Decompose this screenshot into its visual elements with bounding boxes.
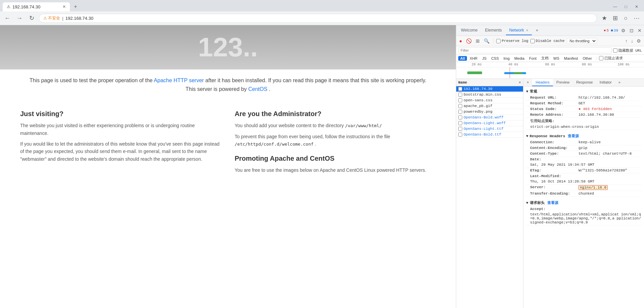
maximize-button[interactable]: □ bbox=[621, 2, 631, 11]
tab-close-icon[interactable]: ✕ bbox=[62, 4, 66, 9]
apache-link[interactable]: Apache HTTP server bbox=[154, 78, 204, 83]
row-remote-address: Remote Address: 192.168.74.30:80 bbox=[526, 112, 641, 118]
detail-tab-close[interactable]: × bbox=[523, 79, 532, 86]
hide-data-urls-input[interactable] bbox=[613, 48, 617, 53]
section-request-headers: ▼ 请求标头 查看源 Accept: text/html,application… bbox=[523, 198, 644, 227]
item-checkbox-main[interactable] bbox=[458, 87, 462, 91]
network-item-light-ttf[interactable]: OpenSans-Light.ttf bbox=[456, 126, 523, 132]
centos-link[interactable]: CentOS bbox=[248, 86, 267, 92]
network-item-bootstrap[interactable]: bootstrap.min.css bbox=[456, 92, 523, 98]
new-tab-button[interactable]: + bbox=[71, 2, 80, 11]
extensions-button[interactable]: ⊞ bbox=[610, 13, 620, 23]
section2-code2: /etc/httpd/conf.d/welcome.conf bbox=[235, 142, 314, 147]
request-view-source-link[interactable]: 查看源 bbox=[547, 200, 558, 205]
devtools-dock-button[interactable]: ⊡ bbox=[629, 27, 635, 34]
type-btn-img[interactable]: Img bbox=[502, 56, 512, 61]
address-bar[interactable]: ⚠ 不安全 | 192.168.74.30 bbox=[39, 14, 597, 23]
detail-tab-preview[interactable]: Preview bbox=[553, 79, 573, 86]
detail-panel-close[interactable]: ✕ bbox=[519, 80, 521, 85]
tab-elements[interactable]: Elements bbox=[482, 26, 505, 35]
blocked-requests-input[interactable] bbox=[599, 56, 603, 60]
network-item-main[interactable]: 192.168.74.30 bbox=[456, 86, 523, 92]
detail-tab-headers[interactable]: Headers bbox=[532, 79, 553, 86]
timeline-bar-1 bbox=[467, 71, 482, 74]
throttling-select[interactable]: No throttling bbox=[567, 38, 597, 44]
tab-bar: ⚠ 192.168.74.30 ✕ + — □ ✕ bbox=[0, 0, 644, 11]
devtools-settings-button[interactable]: ⚙ bbox=[620, 27, 627, 34]
search-button[interactable]: 🔍 bbox=[483, 37, 490, 45]
export-button[interactable]: ↓ bbox=[630, 37, 634, 45]
request-headers-header[interactable]: ▼ 请求标头 查看源 bbox=[526, 199, 641, 206]
row-accept: Accept: text/html,application/xhtml+xml,… bbox=[526, 206, 641, 225]
section3-p1: You are free to use the images below on … bbox=[235, 166, 436, 174]
view-source-link[interactable]: 查看源 bbox=[568, 134, 579, 139]
type-btn-js[interactable]: JS bbox=[480, 56, 488, 61]
tab-welcome[interactable]: Welcome bbox=[458, 26, 481, 35]
menu-button[interactable]: ⋯ bbox=[632, 13, 641, 23]
item-name-main: 192.168.74.30 bbox=[464, 87, 492, 91]
record-button[interactable]: ● bbox=[458, 37, 463, 45]
detail-tab-response[interactable]: Response bbox=[573, 79, 596, 86]
item-checkbox-light-ttf[interactable] bbox=[458, 127, 462, 131]
item-checkbox-poweredby[interactable] bbox=[458, 110, 462, 114]
type-btn-ws[interactable]: WS bbox=[551, 56, 561, 61]
network-item-apache[interactable]: apache_pb.gif bbox=[456, 103, 523, 109]
type-btn-other[interactable]: Other bbox=[581, 56, 594, 61]
network-item-bold-ttf[interactable]: OpenSans-Bold.ttf bbox=[456, 132, 523, 138]
clear-button[interactable]: 🚫 bbox=[465, 37, 473, 45]
warning-badge: ■ 39 bbox=[611, 29, 618, 33]
type-btn-manifest[interactable]: Manifest bbox=[562, 56, 580, 61]
detail-tab-initiator[interactable]: Initiator bbox=[596, 79, 615, 86]
tab-network[interactable]: Network ✕ bbox=[506, 26, 532, 35]
item-checkbox-apache[interactable] bbox=[458, 104, 462, 108]
network-item-poweredby[interactable]: poweredby.png bbox=[456, 109, 523, 115]
type-btn-all[interactable]: All bbox=[458, 56, 467, 61]
network-settings-button[interactable]: ⚙ bbox=[636, 37, 642, 45]
minimize-button[interactable]: — bbox=[610, 2, 620, 11]
network-item-opensans[interactable]: open-sans.css bbox=[456, 98, 523, 103]
network-item-bold-woff[interactable]: OpenSans-Bold.woff bbox=[456, 115, 523, 120]
blocked-requests-checkbox[interactable]: 已阻止请求 bbox=[599, 56, 623, 61]
type-btn-font[interactable]: Font bbox=[527, 56, 539, 61]
section2-p1: You should add your website content to t… bbox=[235, 122, 436, 130]
network-item-light-woff[interactable]: OpenSans-Light.woff bbox=[456, 120, 523, 126]
type-btn-media[interactable]: Media bbox=[512, 56, 526, 61]
filter-input[interactable] bbox=[458, 47, 612, 53]
type-btn-xhr[interactable]: XHR bbox=[468, 56, 479, 61]
item-checkbox-bold-ttf[interactable] bbox=[458, 133, 462, 137]
item-checkbox-opensans[interactable] bbox=[458, 98, 462, 102]
item-checkbox-light-woff[interactable] bbox=[458, 121, 462, 125]
import-button[interactable]: ↑ bbox=[624, 37, 629, 45]
back-button[interactable]: ← bbox=[3, 13, 12, 23]
devtools-tab-bar: Welcome Elements Network ✕ » ● 5 ■ 39 ⚙ … bbox=[456, 25, 644, 36]
tab-more[interactable]: » bbox=[532, 26, 542, 35]
window-close-button[interactable]: ✕ bbox=[632, 2, 641, 11]
hide-data-urls-checkbox[interactable]: 隐藏数据 URL bbox=[613, 48, 642, 53]
preserve-log-checkbox[interactable]: Preserve log bbox=[496, 39, 528, 43]
detail-tab-more[interactable]: » bbox=[615, 79, 624, 86]
browser-tab[interactable]: ⚠ 192.168.74.30 ✕ bbox=[3, 2, 70, 11]
val-server: nginx/1.16.0 bbox=[578, 185, 608, 190]
tab-network-close[interactable]: ✕ bbox=[526, 29, 528, 32]
disable-cache-checkbox[interactable]: Disable cache bbox=[530, 39, 565, 43]
response-headers-header[interactable]: ▼ Response Headers 查看源 bbox=[526, 133, 641, 140]
type-btn-doc[interactable]: 文档 bbox=[539, 55, 551, 61]
row-content-type: Content-Type: text/html; charset=UTF-8 bbox=[526, 151, 641, 157]
item-checkbox-bold-woff[interactable] bbox=[458, 115, 462, 119]
key-content-type: Content-Type: bbox=[530, 152, 577, 156]
bookmark-button[interactable]: ★ bbox=[600, 13, 609, 23]
type-btn-css[interactable]: CSS bbox=[489, 56, 501, 61]
filter-button[interactable]: ⊞ bbox=[475, 37, 481, 45]
profile-button[interactable]: ○ bbox=[621, 13, 631, 23]
forward-button[interactable]: → bbox=[15, 13, 24, 23]
general-header[interactable]: ▼ 常规 bbox=[526, 88, 641, 95]
disable-cache-input[interactable] bbox=[530, 39, 535, 43]
val-request-url: http://192.168.74.30/ bbox=[578, 96, 625, 100]
key-accept: Accept: bbox=[530, 207, 577, 211]
val-transfer-encoding: chunked bbox=[578, 192, 594, 196]
devtools-close-button[interactable]: ✕ bbox=[637, 27, 643, 34]
section1-title: Just visiting? bbox=[20, 110, 221, 118]
reload-button[interactable]: ↻ bbox=[27, 13, 36, 23]
item-checkbox-bootstrap[interactable] bbox=[458, 93, 462, 97]
preserve-log-input[interactable] bbox=[496, 39, 501, 43]
